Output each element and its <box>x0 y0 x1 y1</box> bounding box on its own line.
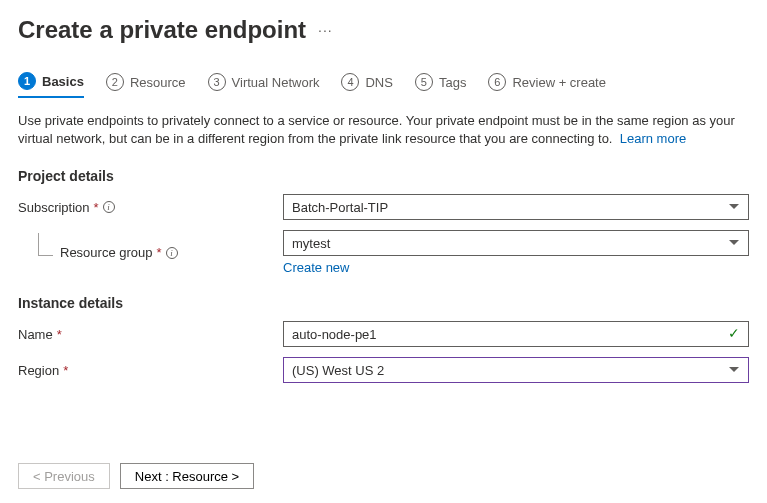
tab-label: Resource <box>130 75 186 90</box>
required-icon: * <box>63 363 68 378</box>
wizard-tabs: 1 Basics 2 Resource 3 Virtual Network 4 … <box>18 72 749 98</box>
tab-label: Virtual Network <box>232 75 320 90</box>
name-input[interactable]: auto-node-pe1 <box>283 321 749 347</box>
tab-basics[interactable]: 1 Basics <box>18 72 84 98</box>
name-label: Name <box>18 327 53 342</box>
tab-dns[interactable]: 4 DNS <box>341 72 392 98</box>
tab-label: Review + create <box>512 75 606 90</box>
learn-more-link[interactable]: Learn more <box>620 131 686 146</box>
subscription-select[interactable]: Batch-Portal-TIP <box>283 194 749 220</box>
tab-description: Use private endpoints to privately conne… <box>18 112 738 148</box>
required-icon: * <box>57 327 62 342</box>
tab-step-number: 1 <box>18 72 36 90</box>
more-menu-icon[interactable]: ∙∙∙ <box>318 22 333 38</box>
tab-label: Basics <box>42 74 84 89</box>
region-label: Region <box>18 363 59 378</box>
tab-step-number: 4 <box>341 73 359 91</box>
create-new-rg-link[interactable]: Create new <box>283 260 349 275</box>
tab-tags[interactable]: 5 Tags <box>415 72 466 98</box>
tab-label: Tags <box>439 75 466 90</box>
tab-review-create[interactable]: 6 Review + create <box>488 72 606 98</box>
subscription-label: Subscription <box>18 200 90 215</box>
required-icon: * <box>94 200 99 215</box>
tab-step-number: 5 <box>415 73 433 91</box>
tab-step-number: 6 <box>488 73 506 91</box>
tab-step-number: 2 <box>106 73 124 91</box>
info-icon[interactable]: i <box>166 247 178 259</box>
page-title: Create a private endpoint <box>18 16 306 44</box>
tab-step-number: 3 <box>208 73 226 91</box>
required-icon: * <box>157 245 162 260</box>
section-instance-details: Instance details <box>18 295 749 311</box>
resource-group-label: Resource group <box>60 245 153 260</box>
tab-label: DNS <box>365 75 392 90</box>
region-select[interactable]: (US) West US 2 <box>283 357 749 383</box>
info-icon[interactable]: i <box>103 201 115 213</box>
tab-virtual-network[interactable]: 3 Virtual Network <box>208 72 320 98</box>
section-project-details: Project details <box>18 168 749 184</box>
tab-resource[interactable]: 2 Resource <box>106 72 186 98</box>
resource-group-select[interactable]: mytest <box>283 230 749 256</box>
